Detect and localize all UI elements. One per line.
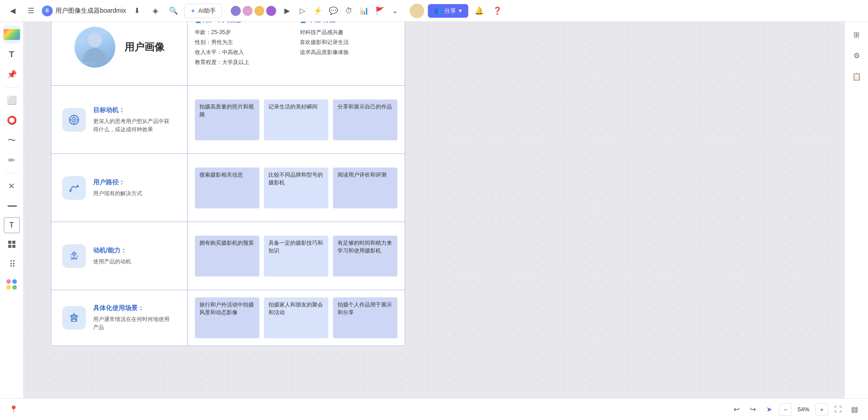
sidebar-text-style[interactable]: T [4,217,20,233]
download-button[interactable]: ⬇ [130,4,144,18]
undo-button[interactable]: ↩ [730,403,743,416]
sidebar-frame-tool[interactable]: ⬜ [3,91,21,109]
ability-note-2[interactable]: 具备一定的摄影技巧和知识 [264,236,328,277]
motivation-title: 目标动机： [93,106,169,114]
right-sidebar-item-2[interactable]: ⚙ [848,46,866,64]
history-button[interactable]: ⏱ [342,4,356,18]
path-title: 用户路径： [93,178,142,187]
avatar-head [88,33,102,47]
user-avatar-2[interactable] [243,6,253,16]
ability-note-3[interactable]: 有足够的时间和精力来学习和使用摄影机 [333,236,397,277]
motivation-notes: 拍摄高质量的照片和视频 记录生活的美好瞬间 分享和展示自己的作品 [188,86,405,153]
motivation-note-2[interactable]: 记录生活的美好瞬间 [264,99,328,140]
topbar: ◀ ☰ B 用户图像生成器boardmix ⬇ ◈ 🔍 ✦ AI助手 ▶ ▷ ⚡… [0,0,868,22]
education-line: 教育程度：大学及以上 [195,59,293,66]
bell-button[interactable]: 🔔 [472,4,486,18]
board-header-row: 用户画像 👤 用户个人信息： 年龄：25-35岁 性别：男性为主 收入水平：中高… [51,22,405,86]
path-note-3[interactable]: 阅读用户评价和评测 [333,168,397,208]
sidebar-line-tool[interactable]: ━━ [3,197,21,215]
sidebar-more-tools[interactable]: ⠿ [3,255,21,273]
motivation-note-1[interactable]: 拍摄高质量的照片和视频 [195,99,259,140]
color-swatch[interactable] [4,29,20,40]
personality-section: 👤 个性/特征： 对科技产品感兴趣 喜欢摄影和记录生活 追求高品质影像体验 [300,22,397,78]
brand-logo: B [42,5,53,16]
lightning-button[interactable]: ⚡ [311,4,325,18]
sidebar-draw-tool[interactable]: ✏ [3,151,21,169]
sidebar-pen-tool[interactable]: 〜 [3,131,21,149]
ability-note-1[interactable]: 拥有购买摄影机的预算 [195,236,259,277]
flag-button[interactable]: 🚩 [372,4,387,18]
zoom-control: − 54% + [779,403,828,416]
sidebar-divider-1 [5,87,19,88]
panel-button[interactable]: ▤ [848,403,861,416]
ability-icon [62,244,86,268]
main-area: T 📌 ⬜ ⭕ 〜 ✏ ✕ ━━ T ⠿ [0,22,868,398]
sidebar-divider-2 [5,173,19,173]
topbar-right: ▶ ▷ ⚡ 💬 ⏱ 📊 🚩 ⌄ 👥 分享 ▾ 🔔 ❓ [231,4,505,18]
play-button[interactable]: ▷ [295,4,310,18]
tag-button[interactable]: ◈ [148,4,163,18]
sidebar-cross-tool[interactable]: ✕ [3,177,21,195]
redo-button[interactable]: ↪ [746,403,759,416]
canvas-area[interactable]: 用户画像 👤 用户个人信息： 年龄：25-35岁 性别：男性为主 收入水平：中高… [24,22,844,398]
bottom-bar: 📍 ↩ ↪ ➤ − 54% + ⛶ ▤ [0,398,868,420]
motivation-row: 目标动机： 更深入的思考用户想从产品中获得什么，或达成何种效果 拍摄高质量的照片… [51,86,405,154]
scenario-title: 具体化使用场景： [93,304,169,312]
zoom-value[interactable]: 54% [794,406,813,413]
search-button[interactable]: 🔍 [166,4,181,18]
scenario-note-3[interactable]: 拍摄个人作品用于展示和分享 [333,297,397,338]
right-sidebar-item-3[interactable]: 📋 [848,67,866,85]
help-button[interactable]: ❓ [490,4,505,18]
share-button[interactable]: 👥 分享 ▾ [428,4,468,18]
topbar-left: ◀ ☰ B 用户图像生成器boardmix ⬇ ◈ 🔍 [5,4,181,18]
path-note-1[interactable]: 搜索摄影相关信息 [195,168,259,208]
expand-button[interactable]: ⌄ [388,4,402,18]
share-label: 分享 [444,7,456,15]
motivation-subtitle: 更深入的思考用户想从产品中获得什么，或达成何种效果 [93,117,169,133]
header-right: 👤 用户个人信息： 年龄：25-35岁 性别：男性为主 收入水平：中高收入 教育… [188,22,405,85]
path-notes: 搜索摄影相关信息 比较不同品牌和型号的摄影机 阅读用户评价和评测 [188,154,405,222]
motivation-text: 目标动机： 更深入的思考用户想从产品中获得什么，或达成何种效果 [93,106,169,133]
avatar [74,27,115,68]
motivation-note-3[interactable]: 分享和展示自己的作品 [333,99,397,140]
zoom-out-button[interactable]: − [779,403,792,416]
personal-info-section: 👤 用户个人信息： 年龄：25-35岁 性别：男性为主 收入水平：中高收入 教育… [195,22,300,78]
nav-forward-button[interactable]: ▶ [280,4,294,18]
user-avatar-4[interactable] [266,6,276,16]
menu-button[interactable]: ☰ [24,4,38,18]
export-button[interactable]: 📊 [357,4,372,18]
comment-button[interactable]: 💬 [326,4,341,18]
sidebar-color-palette[interactable] [3,25,21,44]
sidebar-grid-tool[interactable] [3,235,21,253]
svg-point-8 [77,185,79,187]
zoom-in-button[interactable]: + [815,403,828,416]
scenario-note-1[interactable]: 旅行和户外活动中拍摄风景和动态影像 [195,297,259,338]
share-icon: 👥 [434,7,441,14]
path-note-2[interactable]: 比较不同品牌和型号的摄影机 [264,168,328,208]
arrow-button[interactable]: ➤ [763,403,775,416]
ai-assistant-button[interactable]: ✦ AI助手 [184,4,222,18]
scenario-note-2[interactable]: 拍摄家人和朋友的聚会和活动 [264,297,328,338]
share-chevron: ▾ [459,7,462,14]
sidebar-shape-tool[interactable]: ⭕ [3,111,21,129]
sidebar-colors[interactable] [3,275,21,293]
age-line: 年龄：25-35岁 [195,29,293,36]
sidebar-text-tool[interactable]: T [3,45,21,64]
fit-screen-button[interactable]: ⛶ [832,403,844,416]
right-sidebar-item-1[interactable]: ⊞ [848,25,866,44]
back-button[interactable]: ◀ [5,4,20,18]
path-subtitle: 用户现有的解决方式 [93,189,142,198]
user-avatar-main[interactable] [410,4,424,18]
brand-title: 用户图像生成器boardmix [55,7,126,15]
location-button[interactable]: 📍 [7,403,20,416]
left-sidebar: T 📌 ⬜ ⭕ 〜 ✏ ✕ ━━ T ⠿ [0,22,24,398]
trait1: 对科技产品感兴趣 [300,29,397,36]
personality-icon: 👤 [300,22,308,23]
persona-board: 用户画像 👤 用户个人信息： 年龄：25-35岁 性别：男性为主 收入水平：中高… [51,22,405,346]
user-avatar-3[interactable] [254,6,264,16]
sidebar-sticky-note[interactable]: 📌 [3,65,21,84]
path-row: 用户路径： 用户现有的解决方式 搜索摄影相关信息 比较不同品牌和型号的摄影机 阅… [51,154,405,222]
user-avatar-1[interactable] [231,6,241,16]
ability-row: 动机/能力： 使用产品的动机 拥有购买摄影机的预算 具备一定的摄影技巧和知识 有… [51,222,405,290]
scenario-icon [62,306,86,330]
